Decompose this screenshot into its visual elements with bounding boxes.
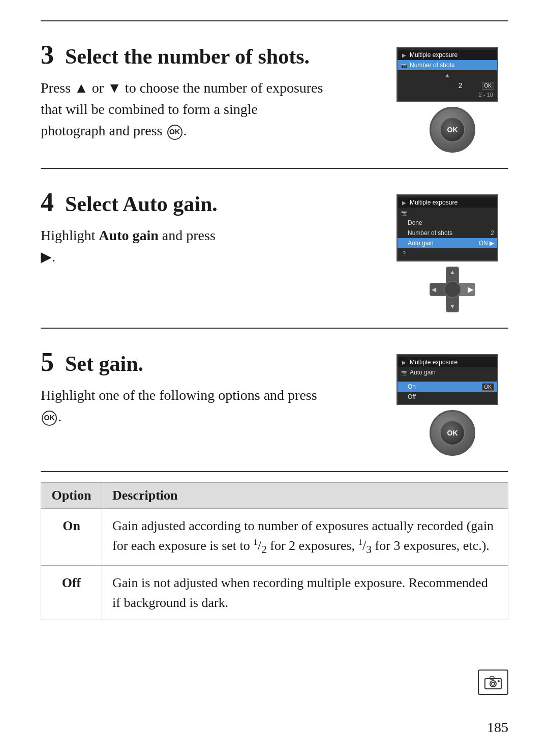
lcd-icon-5: ▶	[401, 359, 408, 366]
lcd-screen-3: ▶ Multiple exposure 📷 Number of shots ▲ …	[396, 47, 498, 102]
lcd-spacer-5	[398, 377, 497, 382]
options-table: Option Description On Gain adjusted acco…	[41, 482, 508, 620]
svg-point-1	[490, 681, 496, 687]
lcd-header-label-4: Multiple exposure	[410, 199, 494, 206]
ok-button-inner-3: OK	[440, 117, 465, 142]
section-3-title-wrap: 3 Select the number of shots.	[41, 42, 376, 68]
lcd-shots-label: Number of shots	[410, 62, 494, 69]
svg-rect-3	[490, 677, 494, 679]
lcd-autogain-label: Auto gain	[401, 240, 477, 247]
lcd-autogain-value: ON ▶	[479, 240, 494, 247]
section-5-body: Highlight one of the following options a…	[41, 385, 325, 427]
lcd-screen-4: ▶ Multiple exposure 📷 Done Number of sho…	[396, 194, 498, 261]
section-4-content: 4 Select Auto gain. Highlight Auto gain …	[41, 189, 376, 268]
section-5-content: 5 Set gain. Highlight one of the followi…	[41, 349, 376, 427]
section-3: 3 Select the number of shots. Press ▲ or…	[41, 20, 508, 168]
section-3-number: 3	[41, 42, 54, 68]
lcd-row-camera-4: 📷	[398, 208, 497, 218]
lcd-autogain-subheader: Auto gain	[410, 369, 494, 376]
lcd-cam-icon-4: 📷	[401, 209, 408, 216]
lcd-row-on: On OK	[398, 382, 497, 392]
lcd-triangle-up: ▲	[401, 72, 494, 79]
lcd-cam-icon-5: 📷	[401, 369, 408, 376]
ok-button-3: OK	[430, 107, 475, 153]
lcd-header-label-5: Multiple exposure	[410, 359, 494, 366]
lcd-row-camera-5: 📷 Auto gain	[398, 367, 497, 377]
section-4-display: ▶ Multiple exposure 📷 Done Number of sho…	[396, 194, 508, 312]
section-4-title: Select Auto gain.	[65, 192, 218, 216]
lcd-help-icon-4: ?	[401, 250, 406, 256]
section-4: 4 Select Auto gain. Highlight Auto gain …	[41, 168, 508, 328]
table-cell-off-option: Off	[41, 565, 102, 620]
lcd-row-spacer-3: ▲	[398, 70, 497, 80]
section-3-title: Select the number of shots.	[65, 45, 310, 68]
table-row-on: On Gain adjusted according to number of …	[41, 509, 508, 566]
table-cell-on-option: On	[41, 509, 102, 566]
lcd-done-label: Done	[401, 219, 494, 226]
page-number: 185	[487, 719, 508, 736]
lcd-row-off: Off	[398, 392, 497, 402]
dpad-center-4	[444, 281, 461, 298]
lcd-row-number-of-shots: 📷 Number of shots	[398, 60, 497, 70]
lcd-range-3: 2 - 10	[398, 91, 497, 99]
lcd-row-done: Done	[398, 218, 497, 228]
table-header-description: Description	[102, 483, 508, 509]
ok-button-container-5: OK	[396, 410, 508, 456]
page-container: 3 Select the number of shots. Press ▲ or…	[0, 0, 549, 756]
lcd-screen-5: ▶ Multiple exposure 📷 Auto gain On OK Of…	[396, 354, 498, 405]
lcd-header-5: ▶ Multiple exposure	[398, 357, 497, 367]
svg-point-4	[498, 680, 500, 682]
section-4-title-wrap: 4 Select Auto gain.	[41, 189, 376, 216]
lcd-camera-icon-3: 📷	[401, 62, 408, 69]
ok-button-5: OK	[430, 410, 475, 456]
ok-symbol-3: OK	[167, 125, 182, 140]
lcd-off-label: Off	[401, 393, 494, 400]
svg-point-2	[492, 682, 495, 685]
section-4-body: Highlight Auto gain and press▶.	[41, 225, 325, 268]
lcd-ok-badge-5: OK	[482, 383, 494, 391]
table-row-off: Off Gain is not adjusted when recording …	[41, 565, 508, 620]
lcd-icon-3: ▶	[401, 51, 408, 59]
dpad-4: ▲ ▼ ◀ ▶	[430, 267, 475, 312]
lcd-ok-badge-3: OK	[482, 82, 494, 90]
ok-symbol-5: OK	[42, 411, 57, 426]
section-5-title-wrap: 5 Set gain.	[41, 349, 376, 375]
lcd-icon-4: ▶	[401, 199, 408, 206]
lcd-header-label-3: Multiple exposure	[410, 51, 494, 59]
camera-icon-box	[478, 670, 508, 695]
section-4-number: 4	[41, 189, 54, 216]
auto-gain-bold: Auto gain	[99, 227, 158, 243]
lcd-header-4: ▶ Multiple exposure	[398, 197, 497, 208]
section-5-title: Set gain.	[65, 352, 143, 375]
lcd-header-3: ▶ Multiple exposure	[398, 50, 497, 60]
lcd-row-numshots: Number of shots 2	[398, 228, 497, 238]
section-5: 5 Set gain. Highlight one of the followi…	[41, 328, 508, 472]
section-3-content: 3 Select the number of shots. Press ▲ or…	[41, 42, 376, 141]
table-header-option: Option	[41, 483, 102, 509]
ok-button-inner-5: OK	[440, 420, 465, 446]
lcd-row-help-4: ?	[398, 248, 497, 258]
lcd-on-label: On	[401, 383, 480, 390]
lcd-row-value-3: 2 OK	[398, 80, 497, 91]
lcd-numshots-label: Number of shots	[401, 229, 489, 237]
section-5-number: 5	[41, 349, 54, 375]
table-cell-off-description: Gain is not adjusted when recording mult…	[102, 565, 508, 620]
section-3-display: ▶ Multiple exposure 📷 Number of shots ▲ …	[396, 47, 508, 153]
section-5-display: ▶ Multiple exposure 📷 Auto gain On OK Of…	[396, 354, 508, 456]
dpad-container-4: ▲ ▼ ◀ ▶	[396, 267, 508, 312]
table-cell-on-description: Gain adjusted according to number of exp…	[102, 509, 508, 566]
camera-icon-svg	[484, 675, 502, 690]
lcd-numshots-value: 2	[491, 229, 494, 237]
ok-button-container-3: OK	[396, 107, 508, 153]
lcd-number-value: 2	[441, 81, 480, 90]
lcd-row-autogain: Auto gain ON ▶	[398, 238, 497, 248]
section-3-body: Press ▲ or ▼ to choose the number of exp…	[41, 77, 325, 141]
